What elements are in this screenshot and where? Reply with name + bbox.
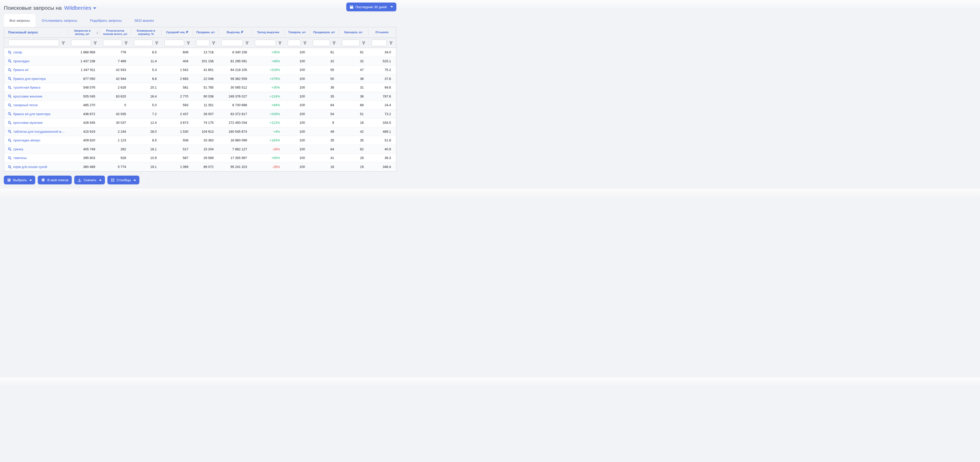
products-cell: 100 [285,154,310,162]
filter-input-search-results[interactable] [103,40,122,46]
query-link[interactable]: прокладки always [13,139,40,142]
query-link[interactable]: бумага для принтера [13,77,46,81]
avg-check-cell: 404 [161,57,193,65]
funnel-icon[interactable] [124,41,128,45]
query-cell[interactable]: кроссовки женские [4,92,68,101]
sort-desc-icon[interactable]: ↓ [97,30,99,35]
tab-seo-analysis[interactable]: SEO анализ [128,14,160,27]
query-cell[interactable]: прокладки always [4,136,68,145]
funnel-icon[interactable] [303,41,307,45]
tab-all-queries[interactable]: Все запросы [4,14,35,27]
query-cell[interactable]: сахар [4,48,68,57]
marketplace-selector[interactable]: Wildberries [64,5,91,11]
chevron-down-icon[interactable] [93,7,96,9]
query-link[interactable]: сахарный песок [13,103,38,107]
column-header-reviews[interactable]: Отзывов [368,27,396,38]
funnel-icon[interactable] [155,41,159,45]
reviews-cell: 489.1 [368,127,396,136]
column-header-monthly-searches[interactable]: Запросов в месяц, шт↓ [68,27,100,38]
columns-button[interactable]: Столбцы [107,175,139,184]
query-cell[interactable]: бумага для принтера [4,75,68,83]
sellers-cell: 32 [310,57,339,65]
column-label: Поисковый запрос [8,30,38,35]
column-header-sellers[interactable]: Продавцов, шт [310,27,339,38]
products-cell: 100 [285,118,310,127]
filter-input-products[interactable] [288,40,301,46]
query-cell[interactable]: кроссовки мужские [4,118,68,127]
column-header-sales[interactable]: Продажи, шт [193,27,218,38]
query-cell[interactable]: бумага а4 [4,65,68,74]
query-cell[interactable]: корм для кошек сухой [4,162,68,172]
table-filter-row [4,38,396,48]
products-cell: 100 [285,48,310,57]
column-header-search-results[interactable]: Результатов поиска всего, шт [100,27,130,38]
products-cell: 100 [285,101,310,110]
query-cell[interactable]: прокладки [4,57,68,65]
funnel-icon[interactable] [245,41,249,45]
column-header-query[interactable]: Поисковый запрос [4,27,68,38]
funnel-icon[interactable] [186,41,190,45]
filter-input-revenue-trend[interactable] [255,40,276,46]
filter-input-sales[interactable] [196,40,210,46]
query-cell[interactable]: таблетки для посудомоечной ма… [4,127,68,136]
funnel-icon[interactable] [212,41,215,45]
query-cell[interactable]: гречка [4,145,68,154]
column-header-products[interactable]: Товаров, шт [285,27,310,38]
search-icon [8,139,11,142]
column-header-revenue[interactable]: Выручка, ₽ [218,27,251,38]
query-cell[interactable]: сахарный песок [4,101,68,110]
cart-conversion-cell: 7.2 [130,110,161,118]
filter-input-query[interactable] [8,40,59,46]
sellers-cell: 61 [310,48,339,57]
funnel-icon[interactable] [362,41,366,45]
column-header-revenue-trend[interactable]: Тренд выручки [251,27,285,38]
column-header-avg-check[interactable]: Средний чек, ₽ [161,27,193,38]
funnel-icon[interactable] [389,41,393,45]
query-link[interactable]: кроссовки мужские [13,121,43,124]
tab-pick-queries[interactable]: Подобрать запросы [83,14,128,27]
filter-input-reviews[interactable] [371,40,387,46]
search-icon [8,121,11,124]
select-button[interactable]: Выбрать [4,175,35,184]
query-link[interactable]: гречка [13,147,23,151]
table-row: бумага а4 для принтера436 67242 9357.22 … [4,110,396,119]
query-link[interactable]: бумага а4 [13,68,28,72]
add-to-list-button[interactable]: В мой список [38,175,72,184]
query-link[interactable]: туалетная бумага [13,86,40,89]
query-link[interactable]: сахар [13,50,22,54]
query-link[interactable]: прокладки [13,59,29,63]
query-cell[interactable]: тампоны [4,154,68,162]
brands-cell: 16 [339,118,368,127]
revenue-trend-cell: +46% [251,57,285,65]
select-button-label: Выбрать [13,178,27,182]
filter-input-cart-conversion[interactable] [134,40,153,46]
filter-input-brands[interactable] [342,40,360,46]
funnel-icon[interactable] [332,41,336,45]
funnel-icon[interactable] [278,41,282,45]
products-cell: 100 [285,110,310,118]
column-header-brands[interactable]: Брендов, шт [339,27,368,38]
filter-input-sellers[interactable] [313,40,330,46]
cart-conversion-cell: 5.3 [130,65,161,74]
column-label: Товаров, шт [288,30,306,34]
filter-input-revenue[interactable] [221,40,243,46]
filter-input-avg-check[interactable] [164,40,184,46]
column-label: Результатов поиска всего, шт [101,29,129,36]
query-link[interactable]: тампоны [13,156,27,160]
funnel-icon[interactable] [94,41,97,45]
query-cell[interactable]: туалетная бумага [4,83,68,92]
revenue-cell: 249 376 027 [218,92,251,101]
download-button[interactable]: Скачать [74,175,105,184]
period-select-button[interactable]: Последние 30 дней [346,3,396,11]
tab-track-queries[interactable]: Отслеживать запросы [35,14,84,27]
filter-input-monthly-searches[interactable] [71,40,91,46]
funnel-icon[interactable] [62,41,65,45]
query-link[interactable]: таблетки для посудомоечной ма… [13,130,66,134]
query-link[interactable]: корм для кошек сухой [13,165,47,169]
products-cell: 100 [285,57,310,65]
query-link[interactable]: бумага а4 для принтера [13,112,50,116]
query-cell[interactable]: бумага а4 для принтера [4,110,68,118]
table-row: тампоны395 80392810.958729 56917 355 997… [4,154,396,162]
query-link[interactable]: кроссовки женские [13,94,42,98]
column-header-cart-conversion[interactable]: Конверсия в корзину, % [130,27,161,38]
